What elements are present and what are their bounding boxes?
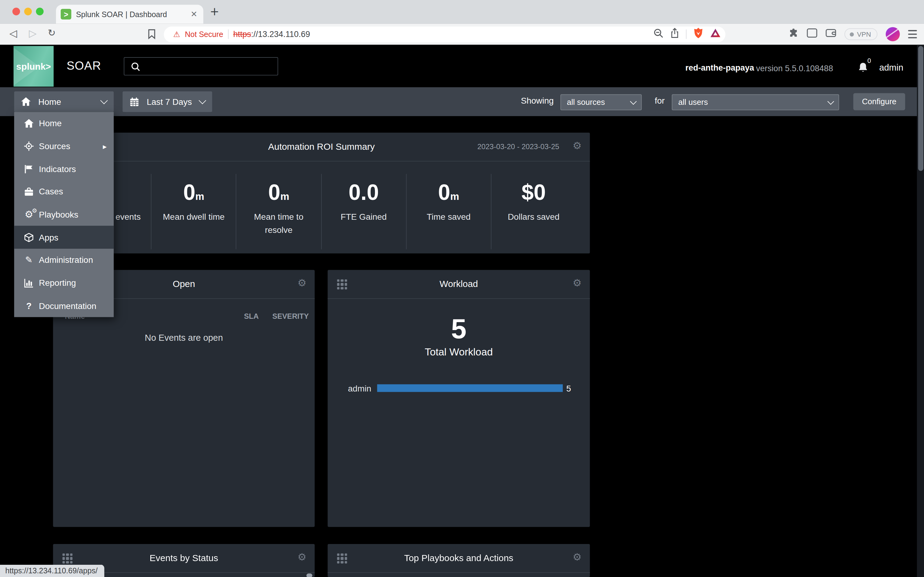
vpn-badge[interactable]: VPN — [845, 28, 877, 40]
menu-item-reporting[interactable]: Reporting — [14, 272, 114, 295]
search-icon — [131, 62, 141, 72]
brave-shields-lion-icon[interactable] — [693, 27, 704, 41]
status-bar-link: https://13.234.110.69/apps/ — [0, 565, 104, 577]
profile-avatar[interactable] — [886, 27, 900, 41]
panel-settings-gear-icon[interactable]: ⚙ — [297, 552, 306, 562]
global-search[interactable] — [124, 57, 278, 76]
dashboard-navbar: Home Last 7 Days Showing all sources for… — [0, 87, 924, 116]
sidebar-icon[interactable] — [807, 28, 818, 40]
url-divider — [686, 29, 687, 39]
back-icon[interactable]: ◁ — [10, 28, 17, 39]
not-secure-label[interactable]: Not Secure — [185, 30, 223, 39]
users-filter-value: all users — [678, 98, 708, 106]
page-scrollbar-thumb[interactable] — [918, 46, 923, 171]
menu-item-sources[interactable]: Sources ▸ — [14, 135, 114, 158]
pencil-icon: ✎ — [21, 256, 36, 265]
panel-settings-gear-icon[interactable]: ⚙ — [573, 141, 581, 151]
stat-label: Mean dwell time — [160, 211, 227, 223]
notifications-bell-icon[interactable] — [858, 62, 868, 75]
chevron-down-icon — [100, 97, 108, 105]
home-dropdown-menu: Home Sources ▸ Indicators Cases ⚙⚙ Playb… — [14, 112, 114, 317]
menu-item-administration[interactable]: ✎ Administration — [14, 249, 114, 272]
workload-total-value: 5 — [328, 312, 590, 345]
wallet-icon[interactable] — [826, 28, 837, 40]
stat-value: $0 — [491, 181, 576, 206]
roi-stats-row: events 0m Mean dwell time 0m Mean time t… — [66, 174, 576, 249]
url-text: https://13.234.110.69 — [233, 29, 310, 39]
flag-icon — [21, 164, 36, 174]
menu-item-label: Cases — [39, 187, 63, 197]
workload-bar-row: admin 5 — [328, 384, 590, 392]
workload-panel: Workload ⚙ 5 Total Workload admin 5 — [328, 270, 590, 527]
menu-item-indicators[interactable]: Indicators — [14, 158, 114, 181]
column-severity: SEVERITY — [262, 312, 309, 321]
panel-settings-gear-icon[interactable]: ⚙ — [573, 552, 581, 562]
cube-icon — [21, 232, 36, 242]
url-scheme: https — [233, 29, 251, 39]
panel-scrollbar-thumb[interactable] — [306, 573, 312, 577]
menu-item-apps[interactable]: Apps — [14, 226, 114, 249]
roi-stat: 0m Mean time to resolve — [236, 174, 321, 249]
splunk-logo[interactable]: splunk> — [13, 46, 53, 87]
menu-item-label: Sources — [39, 142, 70, 151]
chevron-down-icon — [199, 97, 206, 105]
panel-settings-gear-icon[interactable]: ⚙ — [573, 278, 581, 288]
menu-item-label: Indicators — [39, 164, 76, 174]
workload-bar — [377, 384, 563, 392]
stat-label: Mean time to resolve — [245, 211, 312, 236]
top-playbooks-panel: Top Playbooks and Actions ⚙ — [328, 544, 590, 577]
window-minimize-button[interactable] — [24, 8, 32, 15]
reload-icon[interactable]: ↻ — [48, 28, 56, 38]
new-tab-button[interactable]: + — [209, 6, 221, 17]
menu-item-home[interactable]: Home — [14, 112, 114, 135]
stat-value: 0.0 — [322, 181, 406, 206]
workload-bar-value: 5 — [566, 384, 571, 393]
for-label: for — [655, 96, 665, 105]
window-zoom-button[interactable] — [36, 8, 44, 15]
bookmark-icon[interactable] — [147, 29, 156, 42]
page-scrollbar-track[interactable] — [917, 45, 924, 577]
menu-item-label: Apps — [39, 232, 58, 242]
nav-dropdown-button[interactable]: Home — [14, 91, 114, 112]
stat-value: 0m — [406, 181, 491, 206]
menu-item-documentation[interactable]: ? Documentation — [14, 294, 114, 317]
bat-rewards-icon[interactable] — [710, 28, 721, 40]
menu-item-playbooks[interactable]: ⚙⚙ Playbooks — [14, 203, 114, 226]
app-header: splunk> SOAR red-anthe-papaya version 5.… — [0, 45, 924, 87]
home-icon — [21, 119, 36, 128]
browser-tab[interactable]: > Splunk SOAR | Dashboard × — [56, 5, 203, 24]
zoom-out-icon[interactable] — [654, 28, 664, 40]
workload-panel-title: Workload — [328, 279, 590, 289]
top-playbooks-panel-title: Top Playbooks and Actions — [328, 553, 590, 564]
user-menu[interactable]: admin — [879, 62, 903, 73]
browser-menu-icon[interactable] — [908, 30, 917, 38]
menu-item-label: Home — [39, 119, 62, 128]
stat-label: FTE Gained — [330, 211, 397, 223]
tab-strip: > Splunk SOAR | Dashboard × + — [0, 0, 924, 24]
configure-button[interactable]: Configure — [853, 93, 905, 110]
extensions-puzzle-icon[interactable] — [789, 28, 799, 40]
gears-icon: ⚙⚙ — [21, 210, 36, 219]
notification-count-badge: 0 — [868, 57, 871, 64]
menu-item-cases[interactable]: Cases — [14, 180, 114, 203]
menu-item-label: Documentation — [39, 301, 96, 311]
address-bar[interactable]: ⚠ Not Secure https://13.234.110.69 — [164, 26, 725, 42]
window-close-button[interactable] — [12, 8, 20, 15]
sources-filter-select[interactable]: all sources — [560, 94, 642, 110]
panel-settings-gear-icon[interactable]: ⚙ — [297, 278, 306, 288]
roi-date-range: 2023-03-20 - 2023-03-25 — [477, 143, 559, 151]
home-icon — [21, 97, 31, 106]
share-icon[interactable] — [670, 28, 679, 41]
users-filter-select[interactable]: all users — [672, 94, 839, 110]
roi-summary-panel: Automation ROI Summary 2023-03-20 - 2023… — [53, 133, 590, 253]
stat-label: Dollars saved — [500, 211, 567, 223]
workload-category-label: admin — [328, 384, 377, 393]
menu-item-label: Administration — [39, 256, 93, 265]
chevron-down-icon — [827, 98, 834, 104]
forward-icon[interactable]: ▷ — [29, 28, 36, 39]
tab-close-icon[interactable]: × — [190, 10, 197, 18]
stat-value: 0m — [151, 181, 236, 206]
instance-name: red-anthe-papaya — [685, 63, 754, 73]
date-range-button[interactable]: Last 7 Days — [122, 91, 212, 112]
search-input[interactable] — [143, 59, 275, 75]
